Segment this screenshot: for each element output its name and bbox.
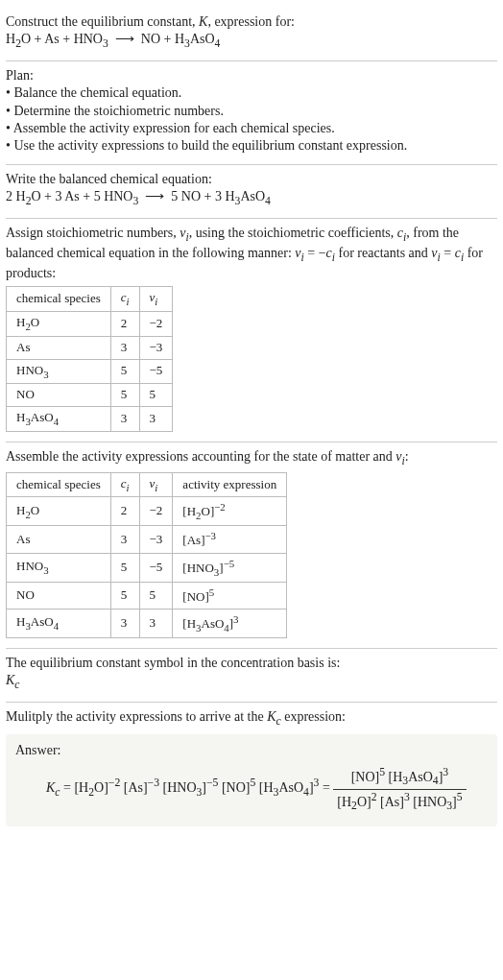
cell-nui: −2 xyxy=(139,312,173,337)
answer-lhs: Kc = [H2O]−2 [As]−3 [HNO3]−5 [NO]5 [H3As… xyxy=(46,780,333,795)
cell-species: As xyxy=(7,526,111,553)
cell-activity: [NO]5 xyxy=(173,582,287,609)
col-nui: νi xyxy=(139,472,173,497)
cell-ci: 5 xyxy=(110,359,139,384)
prompt-section: Construct the equilibrium constant, K, e… xyxy=(6,8,497,61)
cell-nui: 5 xyxy=(139,582,173,609)
cell-nui: −3 xyxy=(139,526,173,553)
balanced-title: Write the balanced chemical equation: xyxy=(6,171,497,188)
plan-title: Plan: xyxy=(6,67,497,84)
cell-activity: [H3AsO4]3 xyxy=(173,609,287,637)
cell-species: HNO3 xyxy=(7,553,111,582)
table-header-row: chemical species ci νi xyxy=(7,287,173,312)
plan-bullet-4: • Use the activity expressions to build … xyxy=(6,137,497,155)
prompt-line1: Construct the equilibrium constant, K, e… xyxy=(6,13,497,31)
col-ci: ci xyxy=(110,287,139,312)
cell-species: NO xyxy=(7,582,111,609)
cell-nui: −2 xyxy=(139,497,173,526)
balanced-section: Write the balanced chemical equation: 2 … xyxy=(6,165,497,219)
answer-box: Answer: Kc = [H2O]−2 [As]−3 [HNO3]−5 [NO… xyxy=(6,734,497,826)
cell-ci: 3 xyxy=(110,336,139,359)
cell-nui: 5 xyxy=(139,384,173,407)
cell-ci: 5 xyxy=(110,582,139,609)
cell-ci: 5 xyxy=(110,384,139,407)
multiply-text: Mulitply the activity expressions to arr… xyxy=(6,708,497,729)
cell-activity: [As]−3 xyxy=(173,526,287,553)
page: Construct the equilibrium constant, K, e… xyxy=(0,0,503,848)
activity-text: Assemble the activity expressions accoun… xyxy=(6,448,497,468)
table-row: NO 5 5 xyxy=(7,384,173,407)
table-row: NO 5 5 [NO]5 xyxy=(7,582,287,609)
table-row: H3AsO4 3 3 [H3AsO4]3 xyxy=(7,609,287,637)
table-row: H2O 2 −2 [H2O]−2 xyxy=(7,497,287,526)
cell-activity: [HNO3]−5 xyxy=(173,553,287,582)
cell-ci: 3 xyxy=(110,407,139,432)
answer-denominator: [H2O]2 [As]3 [HNO3]5 xyxy=(333,790,466,814)
cell-nui: −5 xyxy=(139,359,173,384)
table-row: HNO3 5 −5 xyxy=(7,359,173,384)
plan-bullet-2: • Determine the stoichiometric numbers. xyxy=(6,103,497,120)
cell-species: HNO3 xyxy=(7,359,111,384)
cell-nui: 3 xyxy=(139,609,173,637)
cell-nui: −5 xyxy=(139,553,173,582)
cell-species: H2O xyxy=(7,497,111,526)
cell-ci: 5 xyxy=(110,553,139,582)
cell-activity: [H2O]−2 xyxy=(173,497,287,526)
cell-species: NO xyxy=(7,384,111,407)
table-row: H3AsO4 3 3 xyxy=(7,407,173,432)
table-row: HNO3 5 −5 [HNO3]−5 xyxy=(7,553,287,582)
cell-ci: 3 xyxy=(110,526,139,553)
kc-symbol-section: The equilibrium constant symbol in the c… xyxy=(6,649,497,703)
prompt-equation: H2O + As + HNO3 ⟶ NO + H3AsO4 xyxy=(6,31,497,51)
activity-section: Assemble the activity expressions accoun… xyxy=(6,442,497,649)
table-row: As 3 −3 xyxy=(7,336,173,359)
answer-expression: Kc = [H2O]−2 [As]−3 [HNO3]−5 [NO]5 [H3As… xyxy=(15,765,488,813)
stoich-table: chemical species ci νi H2O 2 −2 As 3 −3 … xyxy=(6,286,173,431)
table-row: As 3 −3 [As]−3 xyxy=(7,526,287,553)
cell-ci: 2 xyxy=(110,312,139,337)
cell-species: H2O xyxy=(7,312,111,337)
stoich-section: Assign stoichiometric numbers, νi, using… xyxy=(6,219,497,442)
plan-bullet-1: • Balance the chemical equation. xyxy=(6,84,497,102)
col-activity: activity expression xyxy=(173,472,287,497)
kc-symbol-line1: The equilibrium constant symbol in the c… xyxy=(6,655,497,672)
col-species: chemical species xyxy=(7,287,111,312)
cell-ci: 3 xyxy=(110,609,139,637)
stoich-text: Assign stoichiometric numbers, νi, using… xyxy=(6,225,497,282)
col-species: chemical species xyxy=(7,472,111,497)
cell-species: As xyxy=(7,336,111,359)
answer-section: Mulitply the activity expressions to arr… xyxy=(6,703,497,836)
table-header-row: chemical species ci νi activity expressi… xyxy=(7,472,287,497)
table-row: H2O 2 −2 xyxy=(7,312,173,337)
answer-label: Answer: xyxy=(15,742,488,759)
cell-species: H3AsO4 xyxy=(7,609,111,637)
activity-table: chemical species ci νi activity expressi… xyxy=(6,472,287,638)
col-nui: νi xyxy=(139,287,173,312)
kc-symbol-line2: Kc xyxy=(6,672,497,692)
plan-bullet-3: • Assemble the activity expression for e… xyxy=(6,120,497,137)
col-ci: ci xyxy=(110,472,139,497)
cell-nui: 3 xyxy=(139,407,173,432)
cell-species: H3AsO4 xyxy=(7,407,111,432)
answer-fraction: [NO]5 [H3AsO4]3 [H2O]2 [As]3 [HNO3]5 xyxy=(333,765,466,813)
balanced-equation: 2 H2O + 3 As + 5 HNO3 ⟶ 5 NO + 3 H3AsO4 xyxy=(6,188,497,208)
cell-ci: 2 xyxy=(110,497,139,526)
plan-section: Plan: • Balance the chemical equation. •… xyxy=(6,61,497,165)
cell-nui: −3 xyxy=(139,336,173,359)
answer-numerator: [NO]5 [H3AsO4]3 xyxy=(333,765,466,790)
